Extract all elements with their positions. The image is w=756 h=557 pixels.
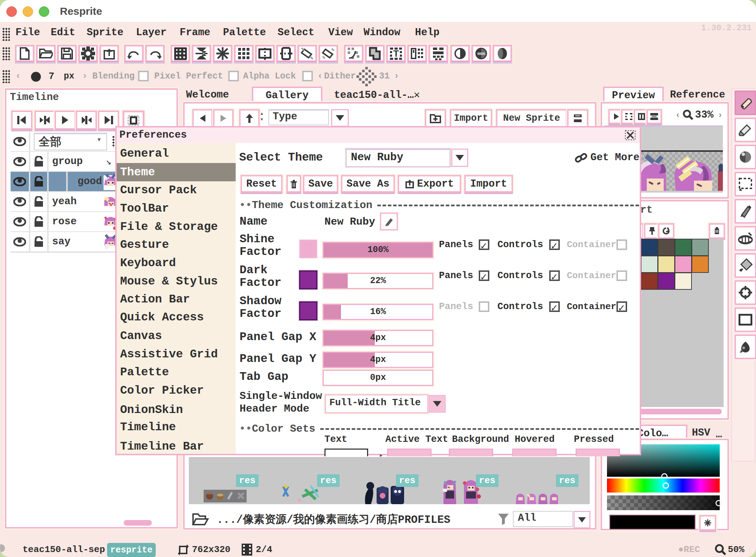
svg-text:T: T bbox=[393, 49, 399, 60]
